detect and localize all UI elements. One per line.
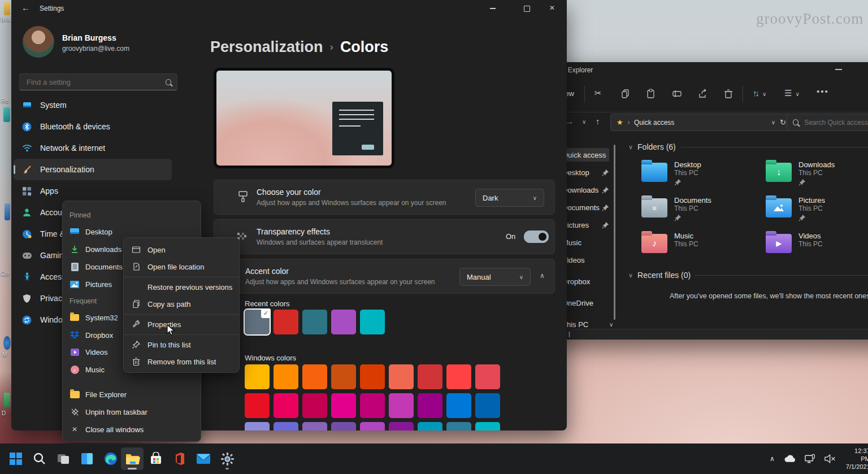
sidebar-scrollbar[interactable] bbox=[614, 145, 615, 320]
settings-search-box[interactable] bbox=[19, 73, 177, 90]
up-icon[interactable]: ↑ bbox=[596, 116, 600, 126]
explorer-minimize-button[interactable] bbox=[835, 69, 842, 70]
onedrive-cloud-icon[interactable] bbox=[784, 455, 796, 463]
color-swatch[interactable] bbox=[331, 422, 356, 430]
color-swatch[interactable] bbox=[245, 393, 270, 418]
color-swatch[interactable] bbox=[245, 422, 270, 430]
color-swatch[interactable] bbox=[274, 393, 298, 418]
color-swatch[interactable] bbox=[389, 393, 414, 418]
color-swatch[interactable] bbox=[245, 364, 270, 389]
copy-icon[interactable] bbox=[620, 89, 630, 99]
start-button[interactable] bbox=[5, 447, 27, 470]
widgets-button[interactable] bbox=[76, 447, 98, 470]
breadcrumb-location[interactable]: Quick access bbox=[634, 119, 674, 127]
color-swatch[interactable] bbox=[475, 422, 500, 430]
desktop-icon[interactable] bbox=[4, 2, 10, 15]
transparency-toggle[interactable] bbox=[524, 231, 549, 243]
color-swatch[interactable] bbox=[331, 364, 356, 389]
color-swatch[interactable] bbox=[302, 364, 327, 389]
color-swatch-selected[interactable] bbox=[245, 310, 270, 334]
collapse-chevron-icon[interactable]: ∧ bbox=[540, 272, 545, 280]
rename-icon[interactable] bbox=[672, 89, 682, 99]
jump-list-close-all[interactable]: ✕ Close all windows bbox=[63, 421, 201, 437]
color-swatch[interactable] bbox=[389, 422, 414, 430]
share-icon[interactable] bbox=[698, 89, 708, 99]
search-button[interactable] bbox=[28, 447, 51, 470]
folder-tile-downloads[interactable]: ↓ DownloadsThis PC bbox=[766, 160, 868, 186]
color-swatch[interactable] bbox=[302, 310, 327, 334]
color-swatch[interactable] bbox=[475, 393, 500, 418]
close-button[interactable]: ✕ bbox=[548, 4, 556, 12]
context-menu-open[interactable]: Open bbox=[124, 241, 239, 258]
task-view-button[interactable] bbox=[52, 447, 75, 470]
desktop-icon-label[interactable]: Re bbox=[1, 98, 8, 104]
nav-item-bluetooth[interactable]: Bluetooth & devices bbox=[14, 116, 172, 137]
taskbar-clock[interactable]: 12:37 PM 7/1/2021 bbox=[844, 447, 868, 471]
network-icon[interactable] bbox=[805, 454, 815, 464]
refresh-icon[interactable]: ↻ bbox=[780, 118, 786, 127]
breadcrumb[interactable]: ★ › Quick access ∨ ↻ bbox=[610, 114, 792, 131]
desktop-icon-label[interactable]: Bria bbox=[1, 16, 11, 23]
color-swatch[interactable] bbox=[389, 364, 414, 389]
folder-tile-documents[interactable]: ≡ DocumentsThis PC bbox=[641, 196, 766, 221]
paste-icon[interactable] bbox=[646, 89, 656, 99]
folder-tile-pictures[interactable]: PicturesThis PC bbox=[766, 196, 868, 221]
avatar[interactable] bbox=[23, 26, 54, 58]
context-menu-open-file-location[interactable]: Open file location bbox=[124, 258, 239, 275]
explorer-search-input[interactable] bbox=[803, 118, 868, 127]
color-swatch[interactable] bbox=[360, 422, 385, 430]
color-swatch[interactable] bbox=[418, 393, 442, 418]
office-button[interactable] bbox=[168, 447, 191, 470]
settings-search-input[interactable] bbox=[25, 77, 166, 87]
nav-item-network[interactable]: Network & internet bbox=[14, 137, 172, 159]
more-options-icon[interactable]: ••• bbox=[817, 86, 829, 96]
color-mode-dropdown[interactable]: Dark∨ bbox=[475, 189, 544, 207]
context-menu-remove-from-list[interactable]: Remove from this list bbox=[124, 353, 239, 370]
color-swatch[interactable] bbox=[360, 310, 385, 334]
folders-section-header[interactable]: ∨ Folders (6) bbox=[628, 142, 868, 151]
recent-files-section-header[interactable]: ∨ Recent files (0) bbox=[628, 271, 868, 280]
volume-muted-icon[interactable] bbox=[824, 454, 835, 463]
desktop-icon[interactable] bbox=[5, 203, 10, 220]
desktop-icon[interactable] bbox=[3, 336, 11, 350]
maximize-button[interactable] bbox=[523, 5, 531, 12]
desktop-icon[interactable] bbox=[3, 107, 10, 122]
context-menu-properties[interactable]: Properties bbox=[124, 316, 239, 333]
desktop-icon[interactable] bbox=[4, 393, 10, 407]
microsoft-store-button[interactable] bbox=[145, 447, 167, 470]
nav-item-system[interactable]: System bbox=[14, 94, 172, 116]
context-menu-pin-to-list[interactable]: Pin to this list bbox=[124, 336, 239, 353]
color-swatch[interactable] bbox=[331, 310, 356, 334]
recent-locations-icon[interactable]: ∨ bbox=[582, 119, 586, 125]
folder-tile-music[interactable]: ♪ MusicThis PC bbox=[641, 232, 766, 253]
jump-list-item-file-explorer[interactable]: File Explorer bbox=[63, 386, 201, 402]
color-swatch[interactable] bbox=[274, 310, 298, 334]
explorer-search-box[interactable] bbox=[787, 114, 868, 131]
context-menu-copy-as-path[interactable]: Copy as path bbox=[124, 295, 239, 312]
folder-tile-videos[interactable]: ▶ VideosThis PC bbox=[766, 232, 868, 253]
nav-item-apps[interactable]: Apps bbox=[14, 180, 172, 202]
desktop-icon-label[interactable]: Cor bbox=[1, 271, 10, 277]
color-swatch[interactable] bbox=[475, 364, 500, 389]
mail-button[interactable] bbox=[192, 447, 215, 470]
desktop-icon-label[interactable]: M bbox=[2, 351, 7, 358]
sort-button[interactable]: ↑↓∨ bbox=[753, 88, 766, 98]
color-swatch[interactable] bbox=[302, 422, 327, 430]
color-swatch[interactable] bbox=[302, 393, 327, 418]
color-swatch[interactable] bbox=[360, 393, 385, 418]
back-button[interactable]: ← bbox=[21, 3, 30, 12]
address-dropdown-icon[interactable]: ∨ bbox=[771, 119, 775, 125]
color-swatch[interactable] bbox=[360, 364, 385, 389]
context-menu-restore-previous[interactable]: Restore previous versions bbox=[124, 279, 239, 295]
accent-mode-dropdown[interactable]: Manual∨ bbox=[459, 268, 531, 286]
minimize-button[interactable] bbox=[489, 5, 497, 12]
nav-item-personalization[interactable]: Personalization bbox=[14, 159, 172, 180]
file-explorer-button[interactable] bbox=[121, 447, 144, 470]
jump-list-unpin[interactable]: Unpin from taskbar bbox=[63, 404, 201, 420]
color-swatch[interactable] bbox=[446, 364, 471, 389]
settings-button[interactable] bbox=[216, 447, 238, 470]
color-swatch[interactable] bbox=[274, 364, 298, 389]
color-swatch[interactable] bbox=[446, 422, 471, 430]
edge-browser-button[interactable] bbox=[99, 447, 122, 470]
breadcrumb-section[interactable]: Personalization bbox=[210, 38, 323, 55]
